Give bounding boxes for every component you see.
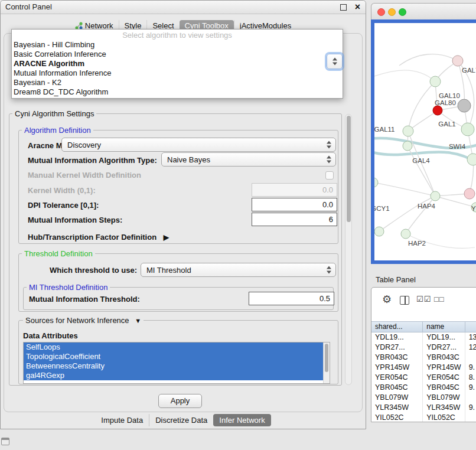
close-traffic-icon[interactable] bbox=[377, 8, 385, 16]
dropdown-option[interactable]: Bayesian - K2 bbox=[12, 78, 343, 87]
network-view-window: GAL7GAL80GAL10GAL11GAL1SWI4GAL4GCY1HAP4H… bbox=[371, 3, 476, 264]
mi-threshold-group-title: MI Threshold Definition bbox=[27, 283, 110, 292]
tab-infer-network[interactable]: Infer Network bbox=[213, 414, 270, 426]
cell: YDR27... bbox=[423, 343, 465, 353]
list-item-topologicalcoefficient[interactable]: TopologicalCoefficient bbox=[24, 352, 323, 361]
restore-panel-icon[interactable] bbox=[1, 438, 9, 445]
network-node[interactable] bbox=[452, 56, 463, 66]
aracne-mode-select[interactable]: Discovery bbox=[61, 138, 336, 152]
network-edge bbox=[408, 81, 435, 131]
settings-scrollbar-thumb[interactable] bbox=[347, 116, 351, 222]
mi-threshold-field[interactable]: 0.5 bbox=[249, 292, 334, 305]
aracne-mode-value: Discovery bbox=[67, 141, 101, 149]
float-window-icon[interactable] bbox=[340, 4, 347, 11]
column-header-name[interactable]: name bbox=[423, 322, 465, 332]
dpi-tolerance-field[interactable]: 0.0 bbox=[252, 198, 337, 211]
hub-definition-toggle[interactable]: Hub/Transcription Factor Definition ▶ bbox=[28, 233, 169, 242]
network-node[interactable] bbox=[461, 123, 474, 136]
cell: 9. bbox=[465, 363, 476, 373]
network-edge bbox=[379, 196, 435, 231]
attributes-list-scrollbar-thumb[interactable] bbox=[325, 344, 328, 372]
which-threshold-label: Which threshold to use: bbox=[50, 266, 137, 275]
network-canvas[interactable]: GAL7GAL80GAL10GAL11GAL1SWI4GAL4GCY1HAP4H… bbox=[374, 23, 476, 260]
cell: YBL079W bbox=[423, 393, 465, 403]
apply-button[interactable]: Apply bbox=[158, 394, 202, 408]
select-all-rows-icon[interactable]: ☑☑ bbox=[416, 295, 431, 304]
control-panel-title: Control Panel bbox=[5, 1, 52, 14]
dropdown-option[interactable]: Bayesian - Hill Climbing bbox=[12, 40, 343, 50]
network-window-frame: GAL7GAL80GAL10GAL11GAL1SWI4GAL4GCY1HAP4H… bbox=[371, 19, 476, 264]
network-node-label: GAL1 bbox=[438, 120, 455, 128]
tab-discretize-data[interactable]: Discretize Data bbox=[149, 414, 213, 426]
table-row[interactable]: YPR145W YPR145W 9. bbox=[371, 363, 476, 373]
network-node[interactable] bbox=[403, 126, 413, 136]
deselect-all-rows-icon[interactable]: □□ bbox=[434, 295, 445, 304]
table-row[interactable]: YBR045C YBR045C 9. bbox=[371, 383, 476, 393]
table-row[interactable]: YDR27... YDR27... 12 bbox=[371, 343, 476, 353]
table-row[interactable]: YBR043C YBR043C bbox=[371, 353, 476, 363]
dropdown-option[interactable]: Basic Correlation Inference bbox=[12, 50, 343, 59]
network-canvas-svg[interactable]: GAL7GAL80GAL10GAL11GAL1SWI4GAL4GCY1HAP4H… bbox=[374, 23, 476, 260]
settings-scrollbar[interactable] bbox=[345, 114, 352, 385]
network-node[interactable] bbox=[464, 188, 475, 199]
network-node[interactable] bbox=[458, 99, 471, 112]
table-row[interactable]: YDL19... YDL19... 13 bbox=[371, 332, 476, 343]
tab-impute-data[interactable]: Impute Data bbox=[95, 414, 149, 426]
threshold-definition-title: Threshold Definition bbox=[22, 249, 95, 258]
network-edge bbox=[406, 196, 435, 234]
cell: YDL19... bbox=[423, 332, 465, 343]
mi-steps-field[interactable]: 6 bbox=[252, 213, 337, 226]
kernel-width-field[interactable]: 0.0 bbox=[252, 183, 337, 197]
mi-algorithm-type-value: Naive Bayes bbox=[167, 155, 210, 164]
list-item-betweennesscentrality[interactable]: BetweennessCentrality bbox=[24, 361, 323, 371]
combo-arrows-icon bbox=[327, 266, 331, 274]
close-icon[interactable]: × bbox=[355, 1, 360, 13]
dropdown-option[interactable]: Dream8 DC_TDC Algorithm bbox=[12, 87, 343, 97]
network-node-label: GCY1 bbox=[374, 205, 390, 212]
cell: YDL19... bbox=[371, 332, 423, 343]
dropdown-option-selected[interactable]: ARACNE Algorithm bbox=[12, 59, 343, 69]
zoom-traffic-icon[interactable] bbox=[399, 8, 406, 16]
chevron-right-icon: ▶ bbox=[164, 233, 169, 242]
cell: YER054C bbox=[423, 373, 465, 383]
column-header-extra[interactable] bbox=[465, 322, 476, 332]
bottom-tabs: Impute Data Discretize Data Infer Networ… bbox=[1, 413, 366, 426]
network-node[interactable] bbox=[403, 141, 412, 151]
network-node[interactable] bbox=[401, 229, 410, 239]
table-row[interactable]: YLR345W YLR345W 9. bbox=[371, 403, 476, 413]
table-row[interactable]: YER054C YER054C 8. bbox=[371, 373, 476, 383]
dropdown-option[interactable]: Mutual Information Inference bbox=[12, 69, 343, 78]
network-edge bbox=[374, 182, 435, 196]
minimize-traffic-icon[interactable] bbox=[388, 8, 396, 16]
network-node[interactable] bbox=[374, 178, 378, 187]
cell: 13 bbox=[465, 332, 476, 343]
control-panel-titlebar[interactable]: Control Panel × bbox=[1, 1, 366, 14]
hub-definition-label: Hub/Transcription Factor Definition bbox=[28, 233, 157, 242]
network-node-label: HAP4 bbox=[418, 203, 436, 210]
network-node[interactable] bbox=[374, 227, 384, 236]
network-window-titlebar[interactable] bbox=[371, 3, 476, 19]
gear-icon[interactable]: ⚙ bbox=[382, 293, 392, 306]
which-threshold-select[interactable]: MI Threshold bbox=[141, 263, 336, 277]
column-chooser-icon[interactable] bbox=[400, 296, 409, 305]
network-node[interactable] bbox=[430, 76, 441, 87]
cell bbox=[465, 413, 476, 422]
network-node[interactable] bbox=[433, 106, 442, 115]
cell bbox=[465, 393, 476, 403]
table-row[interactable]: YIL052C YIL052C bbox=[371, 413, 476, 422]
algorithm-dropdown-popup: Select algorithm to view settings Bayesi… bbox=[11, 29, 343, 99]
mi-algorithm-type-select[interactable]: Naive Bayes bbox=[161, 152, 336, 167]
attributes-list-scrollbar[interactable] bbox=[323, 343, 330, 383]
network-node-label: GAL80 bbox=[435, 99, 456, 106]
network-node[interactable] bbox=[467, 154, 476, 165]
algorithm-combo-button[interactable] bbox=[327, 54, 343, 69]
list-item-gal4rgexp[interactable]: gal4RGexp bbox=[24, 371, 323, 380]
column-header-shared-name[interactable]: shared... bbox=[371, 322, 423, 332]
manual-kernel-checkbox[interactable] bbox=[325, 171, 334, 180]
cell: YBL079W bbox=[371, 393, 423, 403]
network-node[interactable] bbox=[431, 191, 440, 201]
manual-kernel-label: Manual Kernel Width Definition bbox=[28, 171, 141, 180]
sources-toggle[interactable]: Sources for Network Inference ▼ bbox=[23, 316, 144, 325]
list-item-selfloops[interactable]: SelfLoops bbox=[24, 343, 323, 352]
table-row[interactable]: YBL079W YBL079W bbox=[371, 393, 476, 403]
